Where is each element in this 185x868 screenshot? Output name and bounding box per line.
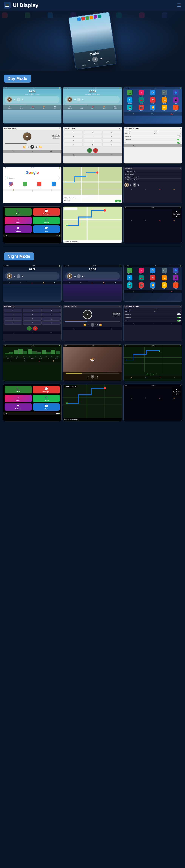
nav-music[interactable]: ♪: [32, 150, 33, 152]
night-nav-aut2-1[interactable]: 🔄: [54, 282, 55, 283]
night-key-6[interactable]: 6: [42, 313, 60, 316]
nav-menu-icon[interactable]: ☰: [177, 3, 181, 8]
hamburger-icon[interactable]: [4, 2, 10, 9]
key-5[interactable]: 5: [83, 135, 102, 138]
night-nav-email-2[interactable]: ✉: [69, 282, 70, 283]
night-nav-left[interactable]: ◁: [146, 373, 148, 375]
night-key-3[interactable]: 3: [42, 309, 60, 312]
night-key-1[interactable]: 1: [4, 309, 22, 312]
prev-btn-2[interactable]: ⏮: [74, 99, 76, 101]
night-prev-2[interactable]: ⏮: [74, 275, 76, 277]
night-nav-apps-2[interactable]: 🔧: [152, 290, 153, 292]
carplay-podcasts-btn[interactable]: 🎙 Podcasts: [4, 225, 32, 233]
google-search-bar[interactable]: 🔍 Search...: [4, 176, 60, 180]
power-toggle[interactable]: [177, 142, 181, 144]
nav-auto-2[interactable]: 🚗 AUTO: [91, 105, 95, 109]
night-nav-music-2[interactable]: ♪: [92, 328, 93, 330]
carplay-maps-btn[interactable]: 🗺 Maps: [33, 225, 60, 233]
google-nav-apps[interactable]: ⊞: [51, 189, 52, 191]
prev-btn-1[interactable]: ⏮: [14, 99, 16, 101]
night-app-video[interactable]: 🎬 Video: [136, 282, 147, 289]
night-app-wifi[interactable]: 📶 WiFi: [148, 282, 158, 289]
night-food-nav-2[interactable]: 🔧: [91, 381, 93, 381]
nav-auto2-2[interactable]: 🔄 AUTO: [114, 105, 117, 109]
night-food-nav-3[interactable]: 🚗: [111, 381, 112, 381]
night-carplay-podcasts[interactable]: 🎙 Podcasts: [4, 403, 32, 411]
bt-call-close[interactable]: ✕: [119, 127, 121, 129]
nav-auto-1[interactable]: 🚗 AUTO: [31, 105, 34, 109]
app-phone[interactable]: 📞 Phone: [125, 90, 135, 96]
carplay-spotify-btn[interactable]: 🎵 Spotify: [33, 217, 60, 224]
night-next-2[interactable]: ⏭: [82, 275, 84, 277]
nav-auto2-1[interactable]: 🔄 AUTO: [53, 105, 56, 109]
food-next[interactable]: ⏭: [96, 376, 98, 378]
social-music-close[interactable]: ✕: [180, 167, 181, 169]
night-nav-diag-2[interactable]: 🔧: [80, 282, 82, 283]
night-key-9[interactable]: 9: [42, 317, 60, 320]
food-play[interactable]: ▶: [90, 375, 95, 379]
key-star[interactable]: *: [64, 143, 82, 147]
nav-np-2[interactable]: 🔧: [145, 220, 146, 221]
app-etc[interactable]: ⋯ More: [170, 105, 181, 111]
nav-social-4[interactable]: 📦: [174, 189, 175, 190]
google-maps-app[interactable]: Maps: [18, 182, 32, 187]
night-next-1[interactable]: ⏭: [22, 275, 23, 277]
app-maps[interactable]: 🗺 Maps: [148, 90, 158, 96]
night-key-7[interactable]: 7: [4, 317, 22, 320]
night-call-btn[interactable]: 📞: [27, 326, 31, 331]
key-4[interactable]: 4: [64, 135, 82, 138]
app-settings[interactable]: ⚙ Settings: [159, 90, 170, 96]
key-1[interactable]: 1: [64, 131, 82, 134]
night-wave-nav-1[interactable]: ✉: [10, 360, 11, 362]
night-nav-settings-3[interactable]: ⚙: [171, 323, 172, 324]
nav-settings-bt[interactable]: ⚙: [50, 150, 52, 152]
app-waze[interactable]: 🚗 Waze: [136, 97, 147, 104]
social-track-2[interactable]: ★ 华语_new.mp3: [125, 173, 181, 176]
night-nav-b-4[interactable]: ⚙: [174, 377, 175, 378]
nav-social-3[interactable]: 🚗: [159, 189, 160, 190]
night-prev-bt[interactable]: ⏮: [87, 324, 89, 326]
nav-settings-music[interactable]: ♪: [153, 145, 153, 147]
night-np-prev[interactable]: ⏮: [174, 393, 176, 395]
nav-np-4[interactable]: 📦: [174, 220, 175, 221]
night-bt-call-close[interactable]: ✕: [59, 305, 60, 307]
night-play-2[interactable]: ⏸: [77, 274, 81, 278]
app-extra[interactable]: 📱 Apps: [170, 97, 181, 104]
night-app-radio[interactable]: 📻 Radio: [159, 275, 170, 282]
night-nav-zoom-in[interactable]: +: [156, 373, 157, 375]
play-btn-bt[interactable]: ⏸: [30, 145, 34, 149]
night-nav-up[interactable]: △: [149, 373, 151, 375]
night-key-hash[interactable]: #: [42, 321, 60, 324]
night-nav-diag-1[interactable]: 🔧: [20, 282, 21, 283]
next-btn-1[interactable]: ⏭: [22, 99, 23, 101]
night-nav-apk-2[interactable]: 📦: [103, 282, 104, 283]
night-nav-settings-2[interactable]: ♪: [153, 323, 153, 324]
nav-call-phone[interactable]: 📞: [73, 154, 74, 156]
night-nav-right[interactable]: ▷: [153, 373, 154, 375]
night-key-5[interactable]: 5: [23, 313, 41, 316]
nav-social-2[interactable]: 🔧: [145, 189, 146, 190]
night-app-extra[interactable]: 📱 Apps: [170, 275, 181, 282]
night-app-settings[interactable]: ⚙ Settings: [159, 268, 170, 274]
night-bt-music-close[interactable]: ✕: [119, 305, 121, 307]
night-nav-b-1[interactable]: 🏠: [131, 377, 132, 378]
google-play[interactable]: Play: [47, 182, 60, 187]
nav-diag-2[interactable]: 🔧 DIAG: [80, 105, 83, 109]
night-nav-music-1[interactable]: 📞: [73, 328, 74, 330]
night-nav-auto-2[interactable]: 🚗: [91, 282, 93, 283]
night-prev-1[interactable]: ⏮: [14, 275, 16, 277]
night-auto-connect-toggle[interactable]: [177, 316, 181, 318]
google-yt[interactable]: YouTube: [33, 182, 46, 187]
night-carplay-phone[interactable]: 📞 Phone: [4, 386, 32, 394]
social-prev[interactable]: ⏮: [130, 184, 132, 186]
night-np-nav-2[interactable]: 🔧: [145, 397, 146, 399]
play-btn-2[interactable]: ⏸: [77, 98, 81, 101]
night-nav-settings-1[interactable]: 📞: [133, 323, 135, 324]
nav-diag-apps[interactable]: 🔧: [151, 113, 154, 115]
nav-email-1[interactable]: ✉ EMAIL: [8, 105, 11, 109]
night-app-etc[interactable]: ⋯ More: [170, 282, 181, 289]
night-nav-apps-3[interactable]: 🚗: [171, 290, 173, 292]
night-nav-b-2[interactable]: 🔍: [145, 377, 147, 378]
nav-settings-gear[interactable]: ⚙: [171, 145, 172, 147]
app-files[interactable]: 📁 Files: [159, 105, 170, 111]
